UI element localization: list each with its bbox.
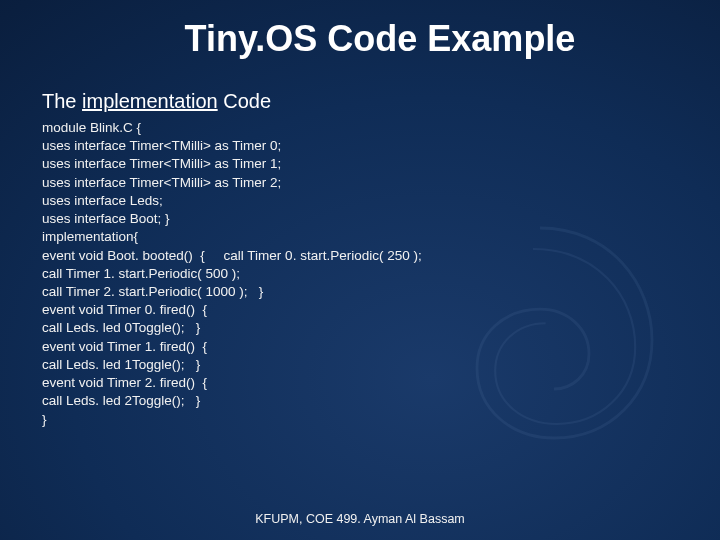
subtitle-post: Code: [218, 90, 271, 112]
subtitle-pre: The: [42, 90, 82, 112]
code-block: module Blink.C { uses interface Timer<TM…: [42, 119, 700, 429]
slide-footer: KFUPM, COE 499. Ayman Al Bassam: [0, 512, 720, 526]
slide-subtitle: The implementation Code: [42, 90, 720, 113]
slide-title: Tiny.OS Code Example: [0, 18, 720, 60]
subtitle-mid: implementation: [82, 90, 218, 112]
